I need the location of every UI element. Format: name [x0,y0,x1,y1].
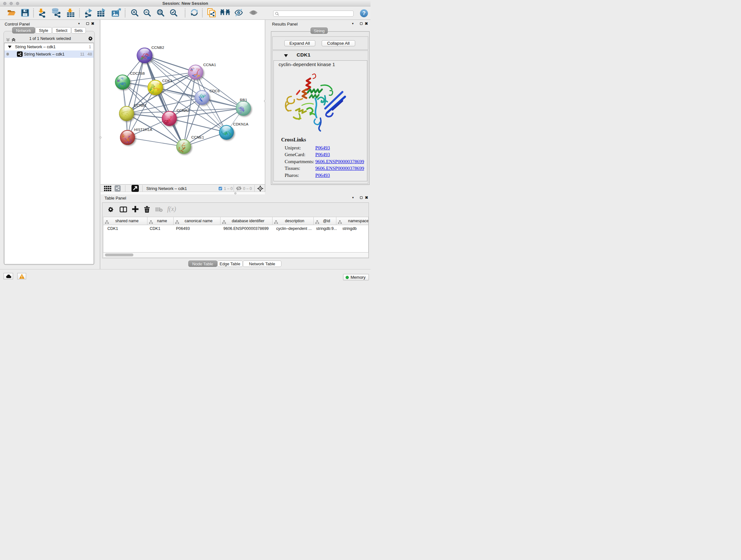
svg-text:CCNB1: CCNB1 [134,104,146,107]
svg-text:CCNE1: CCNE1 [191,135,204,139]
svg-text:CCNA2: CCNA2 [177,109,189,112]
svg-text:CCNB2: CCNB2 [151,46,164,50]
svg-text:HIST1H1A: HIST1H1A [134,128,152,132]
svg-text:RB1: RB1 [240,98,247,102]
svg-text:CDC25B: CDC25B [130,71,145,75]
svg-text:CDK1: CDK1 [162,79,172,83]
svg-text:CDKN1A: CDKN1A [233,122,248,126]
svg-text:CCNA1: CCNA1 [203,63,216,67]
svg-text:CDC6: CDC6 [209,89,219,93]
